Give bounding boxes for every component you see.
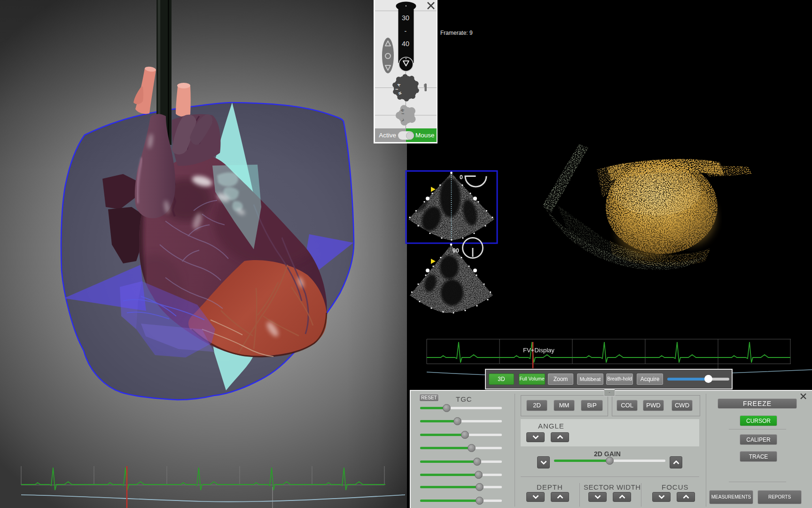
svg-text:90: 90 — [453, 247, 459, 254]
svg-text:I: I — [395, 89, 399, 90]
svg-text:40: 40 — [402, 40, 409, 48]
svg-text:0: 0 — [460, 174, 463, 181]
svg-text:-: - — [405, 27, 407, 35]
svg-text:I: I — [401, 113, 405, 115]
svg-text:30: 30 — [402, 14, 409, 22]
